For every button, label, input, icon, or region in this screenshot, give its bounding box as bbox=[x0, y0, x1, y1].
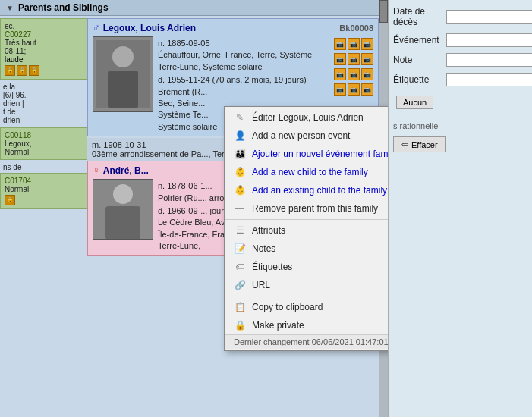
effacer-button[interactable]: ⇦ Effacer bbox=[393, 136, 446, 152]
icon11: 📷 bbox=[348, 83, 360, 96]
left-card-c00227[interactable]: ec. C00227 Très haut 08-11; laude 🔒 🔒 🔒 bbox=[0, 18, 87, 80]
left-card-c00118[interactable]: C00118 Legoux, Normal bbox=[0, 127, 87, 160]
main-panel: ▼ Parents and Siblings ec. C00227 Très h… bbox=[0, 0, 388, 417]
icon1: 📷 bbox=[334, 38, 346, 50]
menu-etiquettes[interactable]: 🏷 Étiquettes ▶ bbox=[225, 258, 388, 276]
menu-existing-child[interactable]: 👶 Add an existing child to the family bbox=[225, 181, 388, 199]
aucun-button[interactable]: Aucun bbox=[396, 96, 433, 109]
menu-make-private[interactable]: 🔒 Make private bbox=[225, 316, 388, 334]
svg-point-1 bbox=[112, 46, 134, 67]
child-add-icon: 👶 bbox=[234, 166, 246, 178]
icon5: 📷 bbox=[348, 53, 360, 65]
family-add-icon: 👨‍👩‍👦 bbox=[234, 148, 246, 160]
icon2: 📷 bbox=[348, 38, 360, 50]
scrollbar-thumb[interactable] bbox=[379, 0, 388, 23]
separator-1 bbox=[225, 219, 388, 220]
left-card-c01704[interactable]: C01704 Normal 🔒 bbox=[0, 173, 87, 209]
main-person-id: Bk00008 bbox=[339, 24, 373, 33]
lock-icon: 🔒 bbox=[234, 319, 246, 331]
separator-2 bbox=[225, 296, 388, 296]
person2-name: André, B... bbox=[103, 165, 149, 176]
edit-icon: ✎ bbox=[234, 111, 246, 124]
left-text-3: ns de bbox=[0, 161, 87, 173]
icon12: 📷 bbox=[361, 83, 373, 96]
svg-point-4 bbox=[113, 184, 133, 204]
attributes-icon: ☰ bbox=[234, 224, 246, 237]
right-panel: Date de décès Événement Note Étiquette A… bbox=[388, 0, 532, 417]
menu-copy[interactable]: 📋 Copy to clipboard bbox=[225, 298, 388, 316]
main-person-photo bbox=[93, 36, 153, 112]
menu-attributs[interactable]: ☰ Attributs ▶ bbox=[225, 221, 388, 240]
icon9: 📷 bbox=[361, 68, 373, 80]
rationnelle-label: s rationnelle bbox=[393, 121, 527, 130]
effacer-icon: ⇦ bbox=[401, 140, 408, 149]
url-icon: 🔗 bbox=[234, 279, 246, 291]
date-deces-input[interactable] bbox=[446, 10, 532, 24]
date-deces-row: Date de décès bbox=[393, 6, 527, 27]
menu-new-child[interactable]: 👶 Add a new child to the family bbox=[225, 163, 388, 181]
left-card-id-1: C00227 bbox=[5, 30, 83, 39]
menu-footer: Dernier changement 06/06/2021 01:47:01 bbox=[225, 334, 388, 349]
gender-female-icon: ♀ bbox=[93, 165, 100, 176]
lc-icon-1b: 🔒 bbox=[17, 65, 27, 76]
gender-male-icon: ♂ bbox=[93, 22, 100, 33]
etiquette-row: Étiquette bbox=[393, 73, 527, 86]
main-person-name: Legoux, Louis Adrien bbox=[103, 23, 196, 33]
menu-url[interactable]: 🔗 URL ▶ bbox=[225, 276, 388, 294]
note-row: Note bbox=[393, 53, 527, 67]
left-text-2: e la[6/] 96.drien |t dedrien bbox=[0, 81, 87, 126]
date-deces-label: Date de décès bbox=[393, 6, 446, 27]
person-add-icon: 👤 bbox=[234, 130, 246, 142]
lc-icon-3a: 🔒 bbox=[5, 195, 15, 205]
icon3: 📷 bbox=[361, 38, 373, 50]
menu-remove-parent[interactable]: — Remove parent from this family bbox=[225, 199, 388, 218]
note-input[interactable] bbox=[446, 53, 532, 67]
section-title: Parents and Siblings bbox=[18, 2, 109, 13]
evenement-row: Événement bbox=[393, 33, 527, 47]
menu-edit[interactable]: ✎ Éditer Legoux, Louis Adrien bbox=[225, 108, 388, 127]
menu-new-person-event[interactable]: 👤 Add a new person event bbox=[225, 127, 388, 145]
notes-icon: 📝 bbox=[234, 243, 246, 255]
copy-icon: 📋 bbox=[234, 301, 246, 313]
section-header: ▼ Parents and Siblings bbox=[0, 0, 388, 16]
left-cards: ec. C00227 Très haut 08-11; laude 🔒 🔒 🔒 … bbox=[0, 18, 87, 211]
lc-icon-1c: 🔒 bbox=[29, 65, 39, 76]
context-menu: ✎ Éditer Legoux, Louis Adrien 👤 Add a ne… bbox=[224, 106, 388, 351]
child-existing-icon: 👶 bbox=[234, 184, 246, 196]
svg-rect-5 bbox=[105, 206, 140, 240]
lc-icon-1a: 🔒 bbox=[5, 65, 15, 76]
icon10: 📷 bbox=[334, 83, 346, 96]
svg-rect-2 bbox=[108, 71, 138, 108]
collapse-triangle[interactable]: ▼ bbox=[6, 4, 14, 12]
evenement-input[interactable] bbox=[446, 33, 532, 47]
etiquette-label: Étiquette bbox=[393, 74, 446, 85]
icon6: 📷 bbox=[361, 53, 373, 65]
marriage-date: m. 1908-10-31 bbox=[92, 140, 146, 149]
tags-icon: 🏷 bbox=[234, 261, 246, 273]
remove-icon: — bbox=[234, 202, 246, 215]
person2-photo bbox=[93, 179, 153, 240]
menu-new-family-event[interactable]: 👨‍👩‍👦 Ajouter un nouvel événement famili… bbox=[225, 145, 388, 163]
icon7: 📷 bbox=[334, 68, 346, 80]
icon4: 📷 bbox=[334, 53, 346, 65]
menu-notes[interactable]: 📝 Notes ▶ bbox=[225, 240, 388, 258]
evenement-label: Événement bbox=[393, 35, 446, 45]
note-label: Note bbox=[393, 55, 446, 65]
icon8: 📷 bbox=[348, 68, 360, 80]
etiquette-input[interactable] bbox=[446, 73, 532, 86]
